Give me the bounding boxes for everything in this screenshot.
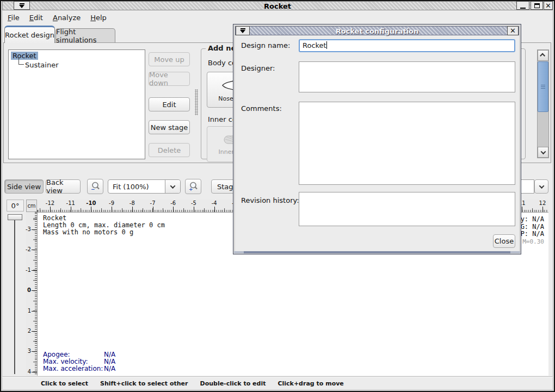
dialog-close-action-button[interactable]: Close bbox=[493, 234, 515, 248]
ruler-unit-label: cm bbox=[26, 200, 37, 212]
ruler-tick bbox=[32, 311, 37, 312]
ruler-tick bbox=[50, 207, 51, 212]
ruler-tick bbox=[32, 270, 37, 271]
zoom-level-combo[interactable]: Fit (100%) bbox=[108, 179, 181, 194]
move-down-button[interactable]: Move down bbox=[149, 72, 190, 86]
delete-button[interactable]: Delete bbox=[149, 143, 190, 157]
ruler-label: -7 bbox=[150, 200, 156, 206]
svg-text:−: − bbox=[91, 186, 95, 192]
ruler-label: 3 bbox=[28, 348, 31, 354]
dialog-resize-edge[interactable] bbox=[234, 251, 520, 253]
designer-textarea[interactable] bbox=[299, 61, 515, 92]
status-bar: Click to selectShift+click to select oth… bbox=[2, 376, 553, 390]
right-combo-arrow-button[interactable] bbox=[534, 179, 548, 194]
zoom-out-icon: − bbox=[90, 181, 101, 192]
tab-rocket-design[interactable]: Rocket design bbox=[4, 26, 55, 43]
tree-item-sustainer[interactable]: Sustainer bbox=[11, 60, 145, 70]
minimize-button[interactable] bbox=[516, 1, 529, 10]
side-view-button[interactable]: Side view bbox=[4, 179, 44, 194]
scrollbar-thumb[interactable] bbox=[538, 61, 548, 112]
design-name-input[interactable]: Rocket bbox=[299, 39, 515, 52]
ruler-tick bbox=[522, 207, 522, 212]
ruler-label: 2 bbox=[28, 328, 31, 334]
design-name-label: Design name: bbox=[241, 41, 290, 49]
zoom-in-button[interactable]: + bbox=[185, 179, 201, 194]
dialog-title-bar[interactable]: Rocket configuration bbox=[235, 26, 519, 35]
designer-label: Designer: bbox=[241, 64, 275, 72]
revision-history-textarea[interactable] bbox=[299, 192, 515, 226]
dialog-window-menu-button[interactable] bbox=[236, 26, 250, 35]
comments-textarea[interactable] bbox=[299, 102, 515, 185]
new-stage-button[interactable]: New stage bbox=[149, 120, 190, 134]
maximize-icon bbox=[534, 3, 540, 8]
vertical-ruler: -3-2-101234 bbox=[26, 212, 37, 376]
zoom-in-icon: + bbox=[188, 181, 199, 192]
ruler-tick bbox=[542, 207, 543, 212]
ruler-tick bbox=[32, 351, 37, 352]
flight-data-row: Max. acceleration:N/A bbox=[43, 365, 115, 372]
ruler-label: -2 bbox=[26, 246, 31, 252]
ruler-label: -1 bbox=[26, 267, 31, 273]
ruler-tick bbox=[112, 207, 112, 212]
menu-analyze[interactable]: Analyze bbox=[53, 13, 86, 23]
maximize-button[interactable] bbox=[531, 1, 543, 10]
ruler-tick bbox=[32, 290, 37, 291]
window-menu-icon bbox=[19, 3, 24, 8]
move-up-button[interactable]: Move up bbox=[149, 52, 190, 66]
ruler-label: -11 bbox=[66, 200, 75, 206]
chevron-down-icon bbox=[539, 183, 544, 189]
ruler-label: 0 bbox=[27, 287, 31, 293]
ruler-label: -12 bbox=[46, 200, 54, 206]
window-menu-button[interactable] bbox=[14, 1, 30, 10]
components-scrollbar[interactable] bbox=[537, 49, 549, 158]
window-menu-icon bbox=[240, 28, 245, 33]
menu-bar: File Edit Analyze Help bbox=[2, 11, 553, 24]
tree-item-rocket[interactable]: Rocket bbox=[11, 51, 145, 60]
dialog-title: Rocket configuration bbox=[236, 27, 519, 35]
selected-tree-item[interactable]: Rocket bbox=[11, 52, 38, 60]
dialog-close-button[interactable]: ✕ bbox=[507, 26, 519, 35]
ruler-tick bbox=[153, 207, 153, 212]
ruler-tick bbox=[91, 207, 91, 212]
combo-arrow[interactable] bbox=[165, 180, 180, 193]
edit-button[interactable]: Edit bbox=[149, 97, 190, 111]
ruler-tick bbox=[32, 372, 37, 372]
main-window: Rocket ✕ File Edit Analyze Help Rocket d… bbox=[0, 0, 555, 392]
ruler-label: -3 bbox=[26, 226, 31, 232]
rocket-configuration-dialog: Rocket configuration ✕ Design name: Rock… bbox=[233, 24, 521, 254]
chevron-down-icon bbox=[170, 183, 176, 189]
window-title: Rocket bbox=[3, 2, 552, 10]
ruler-tick bbox=[132, 207, 133, 212]
status-hint: Double-click to edit bbox=[200, 380, 266, 387]
menu-file[interactable]: File bbox=[8, 13, 25, 23]
ruler-tick bbox=[32, 229, 37, 230]
component-tree[interactable]: Rocket Sustainer bbox=[8, 49, 145, 159]
splitter-grip[interactable] bbox=[195, 89, 198, 115]
back-view-button[interactable]: Back view bbox=[46, 179, 81, 194]
tree-connector-line bbox=[18, 58, 24, 65]
ruler-label: 1 bbox=[28, 308, 31, 314]
scroll-down-button[interactable] bbox=[538, 147, 548, 158]
ruler-label: -5 bbox=[191, 200, 196, 206]
flight-data-value: N/A bbox=[104, 365, 115, 372]
close-button[interactable]: ✕ bbox=[544, 1, 553, 10]
ruler-tick bbox=[194, 207, 194, 212]
rotation-slider-handle[interactable] bbox=[8, 214, 22, 220]
ruler-label: -10 bbox=[86, 200, 96, 206]
scroll-up-button[interactable] bbox=[538, 50, 548, 61]
close-icon: ✕ bbox=[510, 27, 516, 34]
status-hint: Click to select bbox=[41, 380, 88, 387]
status-hint: Click+drag to move bbox=[278, 380, 343, 387]
menu-help[interactable]: Help bbox=[90, 13, 112, 23]
ruler-label: -8 bbox=[130, 200, 135, 206]
flight-data-value: N/A bbox=[104, 351, 115, 358]
text-caret bbox=[326, 41, 327, 49]
tab-flight-simulations[interactable]: Flight simulations bbox=[55, 28, 115, 43]
ruler-tick bbox=[214, 207, 215, 212]
chevron-down-icon bbox=[540, 149, 546, 154]
title-bar[interactable]: Rocket bbox=[2, 1, 553, 10]
zoom-out-button[interactable]: − bbox=[87, 179, 103, 194]
revision-history-label: Revision history: bbox=[241, 196, 299, 204]
menu-edit[interactable]: Edit bbox=[29, 13, 48, 23]
rotation-slider[interactable] bbox=[14, 214, 16, 374]
